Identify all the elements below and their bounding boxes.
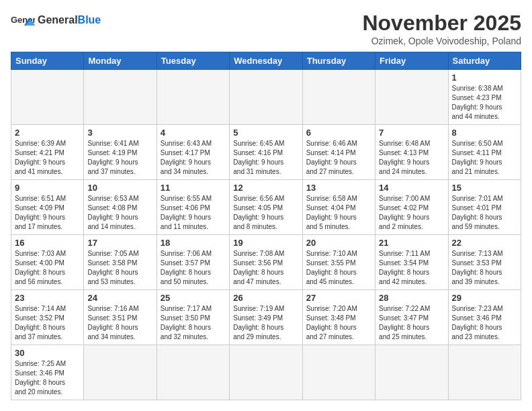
day-number: 21: [379, 238, 444, 248]
day-cell-30: 30Sunrise: 7:25 AM Sunset: 3:46 PM Dayli…: [11, 345, 84, 400]
logo-text-blue: Blue: [78, 14, 101, 26]
day-info: Sunrise: 6:53 AM Sunset: 4:08 PM Dayligh…: [87, 194, 152, 232]
day-info: Sunrise: 7:16 AM Sunset: 3:51 PM Dayligh…: [87, 304, 152, 342]
day-info: Sunrise: 7:11 AM Sunset: 3:54 PM Dayligh…: [379, 249, 444, 287]
day-info: Sunrise: 7:05 AM Sunset: 3:58 PM Dayligh…: [87, 249, 152, 287]
day-number: 30: [15, 348, 80, 358]
day-number: 23: [15, 293, 80, 303]
day-cell-6: 6Sunrise: 6:46 AM Sunset: 4:14 PM Daylig…: [302, 125, 375, 180]
day-number: 4: [161, 128, 226, 138]
day-cell-17: 17Sunrise: 7:05 AM Sunset: 3:58 PM Dayli…: [84, 235, 157, 290]
logo: General GeneralBlue: [11, 11, 101, 30]
day-number: 11: [161, 183, 226, 193]
day-cell-10: 10Sunrise: 6:53 AM Sunset: 4:08 PM Dayli…: [84, 180, 157, 235]
day-info: Sunrise: 7:23 AM Sunset: 3:46 PM Dayligh…: [452, 304, 517, 342]
day-cell-19: 19Sunrise: 7:08 AM Sunset: 3:56 PM Dayli…: [230, 235, 302, 290]
column-header-sunday: Sunday: [11, 52, 84, 70]
day-number: 19: [233, 238, 298, 248]
day-cell-29: 29Sunrise: 7:23 AM Sunset: 3:46 PM Dayli…: [448, 290, 521, 345]
day-info: Sunrise: 7:08 AM Sunset: 3:56 PM Dayligh…: [233, 249, 298, 287]
day-cell-23: 23Sunrise: 7:14 AM Sunset: 3:52 PM Dayli…: [11, 290, 84, 345]
day-info: Sunrise: 6:51 AM Sunset: 4:09 PM Dayligh…: [15, 194, 80, 232]
day-info: Sunrise: 6:55 AM Sunset: 4:06 PM Dayligh…: [161, 194, 226, 232]
day-info: Sunrise: 7:03 AM Sunset: 4:00 PM Dayligh…: [15, 249, 80, 287]
day-info: Sunrise: 7:25 AM Sunset: 3:46 PM Dayligh…: [15, 359, 80, 397]
day-number: 17: [87, 238, 152, 248]
day-cell-14: 14Sunrise: 7:00 AM Sunset: 4:02 PM Dayli…: [375, 180, 448, 235]
day-info: Sunrise: 7:13 AM Sunset: 3:53 PM Dayligh…: [452, 249, 517, 287]
day-info: Sunrise: 7:19 AM Sunset: 3:49 PM Dayligh…: [233, 304, 298, 342]
day-number: 5: [233, 128, 298, 138]
day-cell-26: 26Sunrise: 7:19 AM Sunset: 3:49 PM Dayli…: [230, 290, 302, 345]
day-info: Sunrise: 7:00 AM Sunset: 4:02 PM Dayligh…: [379, 194, 444, 232]
day-cell-2: 2Sunrise: 6:39 AM Sunset: 4:21 PM Daylig…: [11, 125, 84, 180]
day-number: 12: [233, 183, 298, 193]
column-header-wednesday: Wednesday: [230, 52, 302, 70]
day-cell-3: 3Sunrise: 6:41 AM Sunset: 4:19 PM Daylig…: [84, 125, 157, 180]
day-info: Sunrise: 6:43 AM Sunset: 4:17 PM Dayligh…: [161, 139, 226, 177]
day-number: 25: [161, 293, 226, 303]
day-number: 26: [233, 293, 298, 303]
day-info: Sunrise: 6:48 AM Sunset: 4:13 PM Dayligh…: [379, 139, 444, 177]
day-cell-15: 15Sunrise: 7:01 AM Sunset: 4:01 PM Dayli…: [448, 180, 521, 235]
day-info: Sunrise: 7:01 AM Sunset: 4:01 PM Dayligh…: [452, 194, 517, 232]
empty-cell: [157, 70, 229, 125]
day-cell-27: 27Sunrise: 7:20 AM Sunset: 3:48 PM Dayli…: [302, 290, 375, 345]
empty-cell: [375, 70, 448, 125]
day-info: Sunrise: 6:45 AM Sunset: 4:16 PM Dayligh…: [233, 139, 298, 177]
day-cell-11: 11Sunrise: 6:55 AM Sunset: 4:06 PM Dayli…: [157, 180, 229, 235]
day-cell-24: 24Sunrise: 7:16 AM Sunset: 3:51 PM Dayli…: [84, 290, 157, 345]
empty-cell: [230, 70, 302, 125]
day-number: 7: [379, 128, 444, 138]
day-number: 10: [87, 183, 152, 193]
day-cell-5: 5Sunrise: 6:45 AM Sunset: 4:16 PM Daylig…: [230, 125, 302, 180]
day-info: Sunrise: 7:22 AM Sunset: 3:47 PM Dayligh…: [379, 304, 444, 342]
day-number: 16: [15, 238, 80, 248]
day-info: Sunrise: 7:17 AM Sunset: 3:50 PM Dayligh…: [161, 304, 226, 342]
day-number: 1: [452, 73, 517, 83]
day-cell-8: 8Sunrise: 6:50 AM Sunset: 4:11 PM Daylig…: [448, 125, 521, 180]
day-cell-25: 25Sunrise: 7:17 AM Sunset: 3:50 PM Dayli…: [157, 290, 229, 345]
day-cell-12: 12Sunrise: 6:56 AM Sunset: 4:05 PM Dayli…: [230, 180, 302, 235]
day-info: Sunrise: 6:56 AM Sunset: 4:05 PM Dayligh…: [233, 194, 298, 232]
day-info: Sunrise: 6:50 AM Sunset: 4:11 PM Dayligh…: [452, 139, 517, 177]
day-number: 14: [379, 183, 444, 193]
day-number: 24: [87, 293, 152, 303]
month-title: November 2025: [362, 11, 521, 36]
day-number: 6: [306, 128, 371, 138]
week-row-6: 30Sunrise: 7:25 AM Sunset: 3:46 PM Dayli…: [11, 345, 521, 400]
empty-cell: [84, 70, 157, 125]
day-info: Sunrise: 7:14 AM Sunset: 3:52 PM Dayligh…: [15, 304, 80, 342]
day-cell-4: 4Sunrise: 6:43 AM Sunset: 4:17 PM Daylig…: [157, 125, 229, 180]
week-row-1: 1Sunrise: 6:38 AM Sunset: 4:23 PM Daylig…: [11, 70, 521, 125]
week-row-3: 9Sunrise: 6:51 AM Sunset: 4:09 PM Daylig…: [11, 180, 521, 235]
empty-cell: [302, 70, 375, 125]
day-info: Sunrise: 6:46 AM Sunset: 4:14 PM Dayligh…: [306, 139, 371, 177]
day-number: 28: [379, 293, 444, 303]
column-header-saturday: Saturday: [448, 52, 521, 70]
day-cell-22: 22Sunrise: 7:13 AM Sunset: 3:53 PM Dayli…: [448, 235, 521, 290]
day-info: Sunrise: 7:06 AM Sunset: 3:57 PM Dayligh…: [161, 249, 226, 287]
day-info: Sunrise: 6:58 AM Sunset: 4:04 PM Dayligh…: [306, 194, 371, 232]
empty-cell: [375, 345, 448, 400]
column-header-friday: Friday: [375, 52, 448, 70]
calendar-table: SundayMondayTuesdayWednesdayThursdayFrid…: [11, 52, 521, 400]
day-cell-20: 20Sunrise: 7:10 AM Sunset: 3:55 PM Dayli…: [302, 235, 375, 290]
empty-cell: [157, 345, 229, 400]
day-cell-1: 1Sunrise: 6:38 AM Sunset: 4:23 PM Daylig…: [448, 70, 521, 125]
day-number: 13: [306, 183, 371, 193]
day-number: 27: [306, 293, 371, 303]
day-cell-9: 9Sunrise: 6:51 AM Sunset: 4:09 PM Daylig…: [11, 180, 84, 235]
day-number: 22: [452, 238, 517, 248]
empty-cell: [448, 345, 521, 400]
day-info: Sunrise: 6:38 AM Sunset: 4:23 PM Dayligh…: [452, 84, 517, 122]
day-info: Sunrise: 6:41 AM Sunset: 4:19 PM Dayligh…: [87, 139, 152, 177]
logo-text-general: General: [38, 14, 78, 26]
day-cell-16: 16Sunrise: 7:03 AM Sunset: 4:00 PM Dayli…: [11, 235, 84, 290]
day-number: 18: [161, 238, 226, 248]
day-number: 8: [452, 128, 517, 138]
logo-icon: General: [11, 11, 35, 30]
calendar-header-row: SundayMondayTuesdayWednesdayThursdayFrid…: [11, 52, 521, 70]
empty-cell: [230, 345, 302, 400]
day-number: 29: [452, 293, 517, 303]
